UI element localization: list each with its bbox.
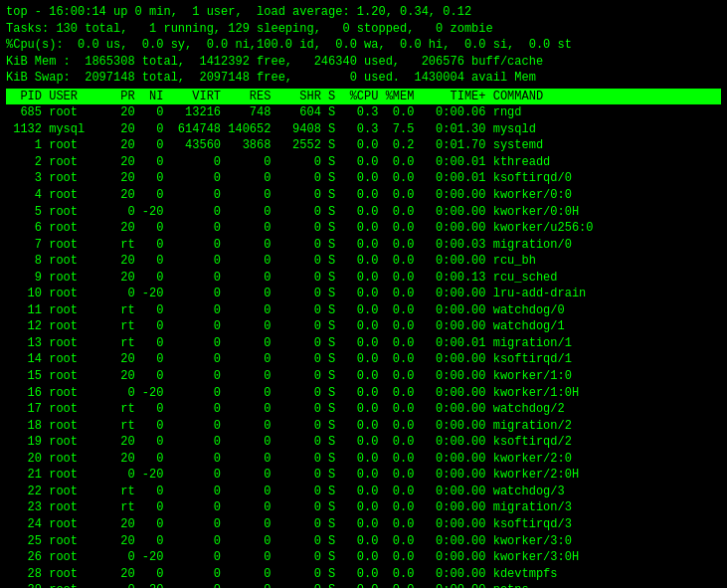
table-row: 9 root 20 0 0 0 0 S 0.0 0.0 0:00.13 rcu_… (6, 270, 721, 287)
table-row: 23 root rt 0 0 0 0 S 0.0 0.0 0:00.00 mig… (6, 499, 721, 516)
table-row: 14 root 20 0 0 0 0 S 0.0 0.0 0:00.00 kso… (6, 351, 721, 368)
table-row: 7 root rt 0 0 0 0 S 0.0 0.0 0:00.03 migr… (6, 237, 721, 254)
table-row: 20 root 20 0 0 0 0 S 0.0 0.0 0:00.00 kwo… (6, 451, 721, 468)
table-body: 685 root 20 0 13216 748 604 S 0.3 0.0 0:… (6, 104, 721, 588)
table-row: 1132 mysql 20 0 614748 140652 9408 S 0.3… (6, 121, 721, 138)
table-row: 3 root 20 0 0 0 0 S 0.0 0.0 0:00.01 ksof… (6, 170, 721, 187)
table-row: 22 root rt 0 0 0 0 S 0.0 0.0 0:00.00 wat… (6, 484, 721, 500)
table-row: 12 root rt 0 0 0 0 S 0.0 0.0 0:00.00 wat… (6, 318, 721, 335)
table-row: 6 root 20 0 0 0 0 S 0.0 0.0 0:00.00 kwor… (6, 220, 721, 237)
table-row: 11 root rt 0 0 0 0 S 0.0 0.0 0:00.00 wat… (6, 302, 721, 319)
table-row: 25 root 20 0 0 0 0 S 0.0 0.0 0:00.00 kwo… (6, 533, 721, 550)
table-row: 1 root 20 0 43560 3868 2552 S 0.0 0.2 0:… (6, 137, 721, 154)
table-row: 24 root 20 0 0 0 0 S 0.0 0.0 0:00.00 kso… (6, 516, 721, 533)
table-row: 21 root 0 -20 0 0 0 S 0.0 0.0 0:00.00 kw… (6, 467, 721, 484)
header-line-4: KiB Mem : 1865308 total, 1412392 free, 2… (6, 54, 721, 71)
table-row: 4 root 20 0 0 0 0 S 0.0 0.0 0:00.00 kwor… (6, 187, 721, 204)
header-line-1: top - 16:00:14 up 0 min, 1 user, load av… (6, 4, 721, 21)
table-row: 19 root 20 0 0 0 0 S 0.0 0.0 0:00.00 kso… (6, 434, 721, 451)
table-row: 2 root 20 0 0 0 0 S 0.0 0.0 0:00.01 kthr… (6, 154, 721, 171)
table-row: 5 root 0 -20 0 0 0 S 0.0 0.0 0:00.00 kwo… (6, 204, 721, 221)
table-header: PID USER PR NI VIRT RES SHR S %CPU %MEM … (6, 89, 721, 105)
table-row: 16 root 0 -20 0 0 0 S 0.0 0.0 0:00.00 kw… (6, 385, 721, 402)
table-row: 8 root 20 0 0 0 0 S 0.0 0.0 0:00.00 rcu_… (6, 253, 721, 270)
header-line-3: %Cpu(s): 0.0 us, 0.0 sy, 0.0 ni,100.0 id… (6, 37, 721, 54)
table-row: 17 root rt 0 0 0 0 S 0.0 0.0 0:00.00 wat… (6, 401, 721, 418)
header-line-2: Tasks: 130 total, 1 running, 129 sleepin… (6, 21, 721, 38)
table-row: 18 root rt 0 0 0 0 S 0.0 0.0 0:00.00 mig… (6, 418, 721, 435)
table-row: 29 root 0 -20 0 0 0 S 0.0 0.0 0:00.00 ne… (6, 582, 721, 588)
header-line-5: KiB Swap: 2097148 total, 2097148 free, 0… (6, 70, 721, 87)
table-row: 685 root 20 0 13216 748 604 S 0.3 0.0 0:… (6, 104, 721, 121)
table-row: 15 root 20 0 0 0 0 S 0.0 0.0 0:00.00 kwo… (6, 368, 721, 385)
header-section: top - 16:00:14 up 0 min, 1 user, load av… (6, 4, 721, 87)
table-row: 28 root 20 0 0 0 0 S 0.0 0.0 0:00.00 kde… (6, 566, 721, 583)
table-row: 13 root rt 0 0 0 0 S 0.0 0.0 0:00.01 mig… (6, 335, 721, 352)
table-row: 26 root 0 -20 0 0 0 S 0.0 0.0 0:00.00 kw… (6, 549, 721, 566)
table-row: 10 root 0 -20 0 0 0 S 0.0 0.0 0:00.00 lr… (6, 286, 721, 302)
